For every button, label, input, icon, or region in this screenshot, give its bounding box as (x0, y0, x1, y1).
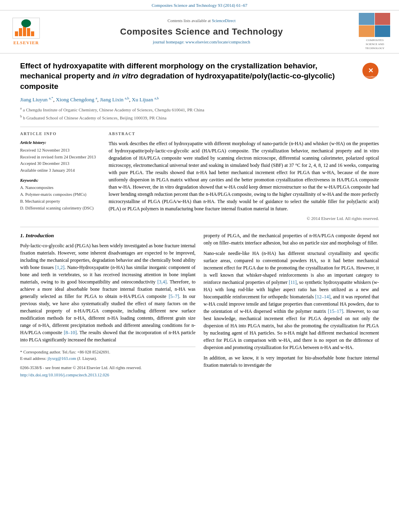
journal-center: Contents lists available at ScienceDirec… (44, 18, 359, 45)
ref-1-2[interactable]: [1,2] (55, 265, 64, 270)
svg-text:CrossMark: CrossMark (364, 76, 376, 78)
available-online-date: Available online 3 January 2014 (20, 168, 101, 174)
ref-3-4[interactable]: [3,4] (157, 279, 167, 285)
article-title: Effect of hydroxyapatite with different … (20, 61, 362, 92)
author-2: Xiong Chengdong (56, 97, 95, 103)
abstract-label: ABSTRACT (109, 131, 379, 137)
elsevier-logo: ELSEVIER (8, 18, 44, 46)
svg-rect-3 (27, 28, 30, 36)
crossmark-badge[interactable]: ✕ CrossMark (362, 62, 379, 79)
journal-homepage: journal homepage: www.elsevier.com/locat… (48, 39, 355, 45)
journal-title: Composites Science and Technology (48, 26, 355, 38)
intro-heading: 1. Introduction (20, 232, 195, 240)
main-content: 1. Introduction Poly-lactic-co-glycolic … (20, 232, 379, 378)
keyword-1: A. Nanocomposites (20, 185, 101, 191)
accepted-date: Accepted 30 December 2013 (20, 161, 101, 167)
elsevier-brand-name: ELSEVIER (13, 40, 39, 46)
section-divider (20, 227, 379, 227)
article-title-section: Effect of hydroxyapatite with different … (20, 61, 379, 92)
footnote-email: E-mail address: jlyxrg@163.com (J. Liuyu… (20, 356, 195, 362)
main-left-col: 1. Introduction Poly-lactic-co-glycolic … (20, 232, 195, 378)
main-right-col: property of PLGA, and the mechanical pro… (204, 232, 379, 378)
abstract-text: This work describes the effect of hydrox… (109, 140, 379, 212)
intro-paragraph-1: Poly-lactic-co-glycolic acid (PLGA) has … (20, 242, 195, 343)
ref-8-10[interactable]: [8–10] (64, 330, 77, 335)
journal-header: ELSEVIER Contents lists available at Sci… (0, 10, 399, 53)
author-3: Jiang Lixin (100, 97, 123, 103)
elsevier-logo-image (12, 18, 40, 39)
keywords-label: Keywords: (20, 178, 101, 184)
article-body: Effect of hydroxyapatite with different … (0, 53, 399, 382)
article-info-col: ARTICLE INFO Article history: Received 1… (20, 131, 101, 222)
journal-abbrev: COMPOSITESSCIENCE ANDTECHNOLOGY (359, 39, 391, 50)
abstract-col: ABSTRACT This work describes the effect … (109, 131, 379, 222)
sciencedirect-link[interactable]: ScienceDirect (212, 18, 236, 23)
affiliation-a: a a Chengdu Institute of Organic Chemist… (20, 106, 379, 113)
right-paragraph-2: Nano-scale needle-like HA (n-HA) has dif… (204, 250, 379, 351)
received-date: Received 12 November 2013 (20, 148, 101, 154)
ref-5-7[interactable]: [5–7] (169, 294, 179, 299)
keyword-4: D. Differential scanning calorimetry (DS… (20, 205, 101, 212)
svg-rect-1 (19, 28, 22, 36)
history-label: Article history: (20, 140, 101, 146)
article-info-label: ARTICLE INFO (20, 131, 101, 137)
authors-line: Jiang Liuyun a,*, Xiong Chengdong a, Jia… (20, 96, 379, 104)
top-journal-ref: Composites Science and Technology 93 (20… (0, 0, 399, 10)
author-4: Xu Lijuan (132, 97, 153, 103)
received-revised-date: Received in revised form 24 December 201… (20, 154, 101, 160)
right-paragraph-3: In addition, as we know, it is very impo… (204, 354, 379, 369)
svg-rect-4 (31, 31, 34, 36)
doi-link[interactable]: http://dx.doi.org/10.1016/j.compscitech.… (20, 372, 195, 378)
copyright-footer: 0266-3538/$ - see front matter © 2014 El… (20, 365, 195, 371)
keyword-2: A. Polymer-matrix composites (PMCs) (20, 192, 101, 198)
footnote-corresponding: * Corresponding author. Tel./fax: +86 02… (20, 349, 195, 355)
svg-text:✕: ✕ (368, 67, 373, 74)
ref-15-17[interactable]: [15–17] (328, 308, 343, 314)
ref-11[interactable]: [11] (289, 279, 297, 285)
svg-rect-0 (15, 31, 18, 36)
journal-cover-thumbnail: COMPOSITESSCIENCE ANDTECHNOLOGY (359, 13, 391, 50)
abstract-copyright: © 2014 Elsevier Ltd. All rights reserved… (109, 216, 379, 222)
keyword-3: B. Mechanical property (20, 199, 101, 205)
affiliation-b: b b Graduated School of Chinese Academy … (20, 114, 379, 121)
italic-invitro: in vitro (113, 72, 138, 80)
email-link[interactable]: jlyxrg@163.com (47, 356, 76, 361)
ref-12-14[interactable]: [12–14] (315, 294, 330, 300)
footnote-section: * Corresponding author. Tel./fax: +86 02… (20, 347, 195, 378)
author-1: Jiang Liuyun (20, 97, 47, 103)
contents-available-line: Contents lists available at ScienceDirec… (48, 18, 355, 24)
article-info-abstract: ARTICLE INFO Article history: Received 1… (20, 127, 379, 222)
right-paragraph-1: property of PLGA, and the mechanical pro… (204, 232, 379, 246)
svg-point-5 (21, 19, 31, 27)
